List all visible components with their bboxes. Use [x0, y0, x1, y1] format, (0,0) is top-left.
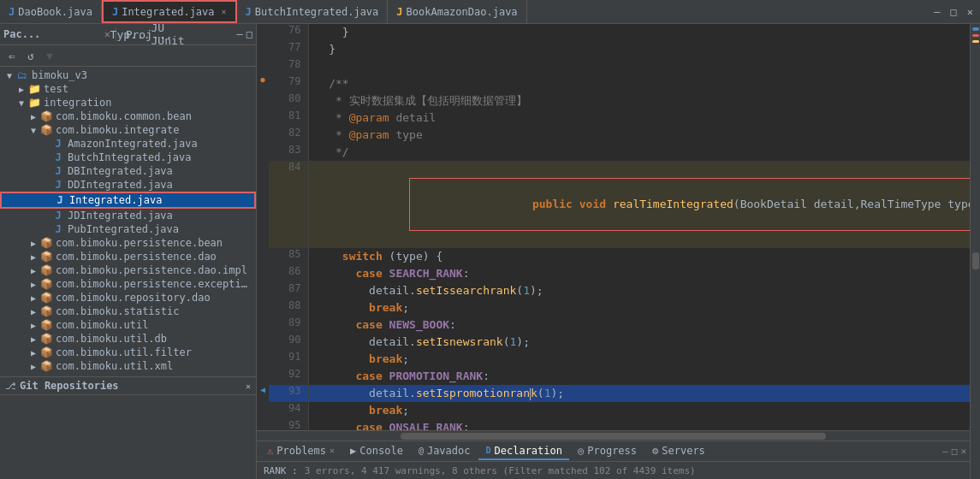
line-marker: ● [257, 75, 269, 92]
tree-item-util[interactable]: ▶ 📦 com.bimoku.util [0, 318, 256, 332]
tree-arrow: ▶ [27, 348, 39, 358]
git-icon: ⎇ [5, 381, 16, 392]
sync-btn[interactable]: ↺ [22, 47, 39, 64]
project-icon: 🗂 [15, 69, 29, 81]
code-line-84: 84 public void realTimeIntegrated(BookDe… [257, 161, 970, 248]
tab-integratedjava[interactable]: J Integrated.java ✕ [102, 0, 237, 23]
package-icon: 📦 [39, 346, 53, 358]
tree-root-bimoku[interactable]: ▼ 🗂 bimoku_v3 [0, 68, 256, 82]
tree-item-pubintegrated[interactable]: J PubIntegrated.java [0, 222, 256, 236]
tree-item-persistence-dao-impl[interactable]: ▶ 📦 com.bimoku.persistence.dao.impl [0, 263, 256, 277]
java-icon: J [246, 6, 252, 18]
tree-arrow: ▼ [3, 71, 15, 80]
close-bottom-icon[interactable]: ✕ [960, 446, 966, 457]
line-number: 95 [269, 419, 308, 430]
tree-label: integration [44, 97, 111, 109]
tree-item-butchintegrated[interactable]: J ButchIntegrated.java [0, 151, 256, 164]
tree-item-amazonintegrated[interactable]: J AmazonIntegrated.java [0, 137, 256, 151]
horizontal-scrollbar[interactable] [257, 430, 970, 441]
tree-item-dbintegrated[interactable]: J DBIntegrated.java [0, 164, 256, 178]
tab-console[interactable]: ▶ Console [343, 443, 410, 460]
code-line-90: 90 detail.setIsnewsrank(1); [257, 334, 970, 351]
tab-label: Servers [662, 445, 705, 457]
folder-icon: 📁 [27, 83, 41, 95]
line-marker [257, 248, 269, 265]
tab-progress[interactable]: ◎ Progress [571, 443, 644, 460]
line-number: 94 [269, 402, 308, 419]
tab-close-problems[interactable]: ✕ [330, 446, 335, 455]
maximize-left-icon[interactable]: □ [246, 28, 252, 40]
line-marker [257, 161, 269, 248]
tab-bookamazondaojava[interactable]: J BookAmazonDao.java [388, 0, 526, 23]
tab-javadoc[interactable]: @ Javadoc [412, 443, 478, 460]
minimize-left-icon[interactable]: — [237, 28, 243, 40]
java-file-icon: J [51, 179, 65, 191]
code-content: case ONSALE_RANK: [308, 419, 970, 430]
tree-label: bimoku_v3 [32, 69, 87, 81]
editor-overview-ruler[interactable] [970, 24, 980, 479]
tree-label: com.bimoku.common.bean [56, 110, 192, 122]
minimize-btn[interactable]: — [930, 6, 943, 18]
tab-label: BookAmazonDao.java [407, 6, 518, 18]
tree-item-persistence-exception[interactable]: ▶ 📦 com.bimoku.persistence.exception [0, 277, 256, 291]
toolbar-ju-btn[interactable]: JU JUnit [159, 26, 176, 43]
tree-label: com.bimoku.persistence.bean [56, 237, 223, 249]
tree-item-repository-dao[interactable]: ▶ 📦 com.bimoku.repository.dao [0, 291, 256, 305]
tree-item-test[interactable]: ▶ 📁 test [0, 82, 256, 96]
tab-problems[interactable]: ⚠ Problems ✕ [260, 443, 342, 460]
code-line-93: ◀ 93 detail.setIspromotionrank(1); [257, 385, 970, 402]
code-line-77: 77 } [257, 41, 970, 58]
tree-item-common-bean[interactable]: ▶ 📦 com.bimoku.common.bean [0, 109, 256, 123]
line-marker [257, 316, 269, 334]
code-editor[interactable]: 76 } 77 } 78 [257, 24, 970, 430]
code-content: /** [308, 75, 970, 92]
tab-declaration[interactable]: D Declaration [478, 443, 569, 460]
package-icon: 📦 [39, 251, 53, 263]
package-icon: 📦 [39, 278, 53, 290]
tree-item-ddintegrated[interactable]: J DDIntegrated.java [0, 178, 256, 192]
code-content: * @param type [308, 127, 970, 144]
code-content: break; [308, 402, 970, 419]
tree-item-persistence-bean[interactable]: ▶ 📦 com.bimoku.persistence.bean [0, 236, 256, 250]
code-line-79: ● 79 /** [257, 75, 970, 92]
tree-label: com.bimoku.persistence.dao [56, 251, 217, 263]
maximize-bottom-icon[interactable]: □ [952, 446, 958, 457]
tree-label: com.bimoku.persistence.exception [56, 278, 252, 290]
tree-item-integration[interactable]: ▼ 📁 integration [0, 96, 256, 109]
project-tree[interactable]: ▼ 🗂 bimoku_v3 ▶ 📁 test ▼ 📁 integration [0, 67, 256, 376]
tree-item-util-filter[interactable]: ▶ 📦 com.bimoku.util.filter [0, 346, 256, 359]
tree-item-integrate[interactable]: ▼ 📦 com.bimoku.integrate [0, 123, 256, 137]
tab-label: ButchIntegrated.java [255, 6, 379, 18]
tree-item-jdintegrated[interactable]: J JDIntegrated.java [0, 209, 256, 222]
tree-item-util-db[interactable]: ▶ 📦 com.bimoku.util.db [0, 332, 256, 346]
tree-label: com.bimoku.statistic [56, 305, 180, 317]
git-panel-header: ⎇ Git Repositories ✕ [0, 377, 256, 395]
tab-close-integrated[interactable]: ✕ [222, 7, 227, 16]
code-content: case SEARCH_RANK: [308, 265, 970, 282]
package-icon: 📦 [39, 305, 53, 317]
line-marker [257, 402, 269, 419]
close-btn[interactable]: ✕ [964, 6, 977, 18]
tree-label: com.bimoku.util.xml [56, 360, 173, 372]
tree-item-statistic[interactable]: ▶ 📦 com.bimoku.statistic [0, 305, 256, 318]
tree-item-util-xml[interactable]: ▶ 📦 com.bimoku.util.xml [0, 359, 256, 373]
code-content: detail.setIssearchrank(1); [308, 282, 970, 299]
scrollbar-thumb[interactable] [972, 252, 979, 269]
line-number: 87 [269, 282, 308, 299]
tab-butchintegratedjava[interactable]: J ButchIntegrated.java [237, 0, 389, 23]
tree-arrow: ▶ [15, 85, 27, 94]
tree-arrow: ▶ [27, 252, 39, 262]
tab-daobookjava[interactable]: J DaoBook.java [0, 0, 102, 23]
problems-icon: ⚠ [267, 445, 273, 457]
minimize-bottom-icon[interactable]: — [942, 446, 948, 457]
tree-item-integrated[interactable]: J Integrated.java [0, 192, 256, 209]
tab-servers[interactable]: ⚙ Servers [645, 443, 712, 460]
tree-item-persistence-dao[interactable]: ▶ 📦 com.bimoku.persistence.dao [0, 250, 256, 263]
java-file-icon: J [51, 151, 65, 163]
code-line-94: 94 break; [257, 402, 970, 419]
package-icon: 📦 [39, 333, 53, 345]
maximize-btn[interactable]: □ [947, 6, 960, 18]
collapse-all-btn[interactable]: ⇐ [3, 47, 21, 64]
git-panel-close-icon[interactable]: ✕ [246, 381, 251, 391]
line-marker [257, 24, 269, 41]
